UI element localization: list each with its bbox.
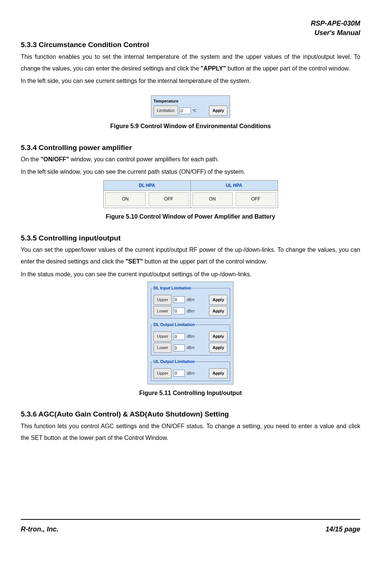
ul-output-upper-input[interactable]: 0	[174, 370, 185, 377]
para-534-2: In the left side window, you can see the…	[21, 166, 360, 178]
unit-dbm: dBm	[187, 344, 195, 351]
figure-59-caption: Figure 5.9 Control Window of Environment…	[21, 121, 360, 132]
doc-manual: User's Manual	[21, 28, 360, 38]
dl-input-fieldset: DL Input Limitation Upper 0 dBm Apply Lo…	[151, 284, 230, 319]
heading-533: 5.3.3 Circumstance Condition Control	[21, 40, 360, 50]
dl-hpa-group: DL HPA ON OFF	[104, 181, 190, 208]
dl-output-lower-button[interactable]: Lower	[154, 343, 172, 353]
temperature-unit: ℃	[192, 107, 197, 114]
page-footer: R-tron., Inc. 14/15 page	[21, 519, 360, 536]
heading-534: 5.3.4 Controlling power amplifier	[21, 143, 360, 153]
figure-59: Temperature Limitation 0 ℃ Apply	[21, 95, 360, 118]
apply-bold: "APPLY"	[201, 65, 226, 72]
para-536-1: This function lets you control AGC setti…	[21, 420, 360, 444]
dl-input-upper-input[interactable]: 0	[174, 296, 185, 303]
temperature-panel: Temperature Limitation 0 ℃ Apply	[151, 95, 230, 118]
set-bold: "SET"	[126, 258, 143, 265]
figure-511: DL Input Limitation Upper 0 dBm Apply Lo…	[21, 282, 360, 384]
dl-hpa-title: DL HPA	[104, 181, 190, 191]
dl-output-upper-apply[interactable]: Apply	[209, 331, 227, 341]
io-panel: DL Input Limitation Upper 0 dBm Apply Lo…	[147, 282, 234, 384]
para-534-1b: window, you can control power amplifiers…	[69, 156, 219, 162]
footer-company: R-tron., Inc.	[21, 523, 58, 536]
limitation-button[interactable]: Limitation	[154, 106, 178, 116]
doc-model: RSP-APE-030M	[21, 19, 360, 28]
dl-output-upper-input[interactable]: 0	[174, 333, 185, 340]
dl-output-lower-input[interactable]: 0	[174, 345, 185, 351]
figure-510: DL HPA ON OFF UL HPA ON OFF	[21, 179, 360, 208]
dl-input-upper-button[interactable]: Upper	[154, 295, 172, 305]
para-535-1: You can set the upper/lower values of th…	[21, 244, 360, 267]
dl-input-upper-apply[interactable]: Apply	[209, 295, 227, 305]
unit-dbm: dBm	[187, 296, 195, 303]
dl-hpa-on-button[interactable]: ON	[105, 192, 146, 206]
ul-hpa-group: UL HPA ON OFF	[190, 181, 278, 208]
unit-dbm: dBm	[187, 308, 195, 315]
dl-hpa-off-button[interactable]: OFF	[149, 192, 189, 206]
para-535-2: In the status mode, you can see the curr…	[21, 268, 360, 280]
para-533-2: In the left side, you can see current se…	[21, 75, 360, 87]
dl-input-lower-button[interactable]: Lower	[154, 306, 172, 316]
hpa-panel: DL HPA ON OFF UL HPA ON OFF	[103, 180, 278, 208]
dl-output-fieldset: DL Output Limitation Upper 0 dBm Apply L…	[151, 321, 230, 355]
dl-output-lower-apply[interactable]: Apply	[209, 343, 227, 353]
unit-dbm: dBm	[187, 333, 195, 340]
ul-output-legend: UL Output Limitation	[153, 358, 195, 366]
temperature-apply-button[interactable]: Apply	[209, 106, 227, 116]
temperature-title: Temperature	[154, 97, 227, 105]
para-534-1a: On the	[21, 156, 40, 162]
doc-header: RSP-APE-030M User's Manual	[21, 19, 360, 38]
heading-535: 5.3.5 Controlling input/output	[21, 233, 360, 243]
footer-page: 14/15 page	[326, 523, 360, 536]
onoff-bold: "ON/OFF"	[40, 156, 69, 162]
para-534-1: On the "ON/OFF" window, you can control …	[21, 153, 360, 165]
dl-input-lower-input[interactable]: 0	[174, 308, 185, 314]
heading-536: 5.3.6 AGC(Auto Gain Control) & ASD(Auto …	[21, 409, 360, 420]
unit-dbm: dBm	[187, 370, 195, 377]
para-533-1b: button at the upper part of the control …	[226, 65, 350, 72]
dl-input-lower-apply[interactable]: Apply	[209, 306, 227, 316]
ul-output-upper-button[interactable]: Upper	[154, 368, 172, 378]
dl-output-legend: DL Output Limitation	[153, 321, 195, 329]
ul-output-upper-apply[interactable]: Apply	[209, 368, 227, 378]
figure-510-caption: Figure 5.10 Control Window of Power Ampl…	[21, 211, 360, 222]
ul-hpa-title: UL HPA	[191, 181, 278, 191]
dl-input-legend: DL Input Limitation	[153, 284, 192, 292]
para-533-1: This function enables you to set the int…	[21, 51, 360, 74]
figure-511-caption: Figure 5.11 Controlling Input/output	[21, 387, 360, 399]
ul-hpa-off-button[interactable]: OFF	[236, 192, 276, 206]
para-535-1b: button at the upper part of the control …	[143, 258, 267, 265]
temperature-input[interactable]: 0	[180, 107, 191, 114]
ul-output-fieldset: UL Output Limitation Upper 0 dBm Apply	[151, 358, 230, 381]
ul-hpa-on-button[interactable]: ON	[192, 192, 233, 206]
dl-output-upper-button[interactable]: Upper	[154, 331, 172, 341]
